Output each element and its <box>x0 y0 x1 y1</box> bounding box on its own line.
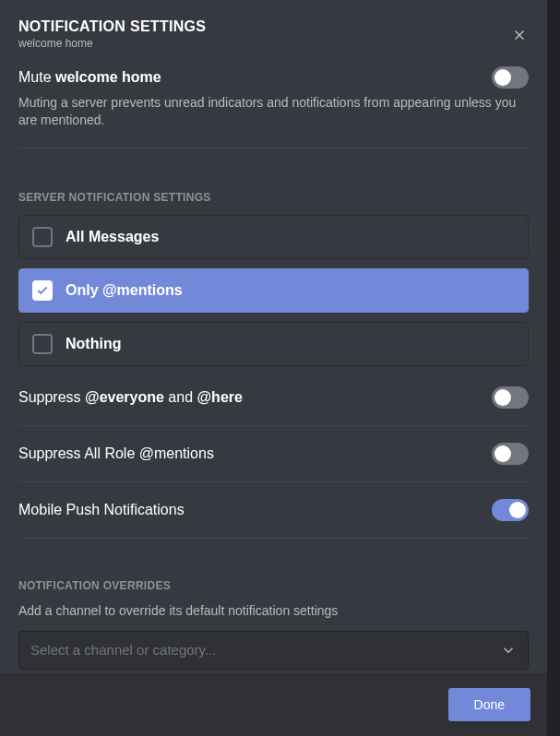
server-name: welcome home <box>18 37 501 50</box>
channel-select[interactable]: Select a channel or category... <box>18 631 529 670</box>
divider <box>18 148 529 148</box>
select-placeholder: Select a channel or category... <box>30 642 217 658</box>
checkbox-icon <box>32 280 53 301</box>
radio-all-messages[interactable]: All Messages <box>18 215 529 259</box>
modal-footer: Done <box>0 673 547 736</box>
server-notif-heading: SERVER NOTIFICATION SETTINGS <box>18 191 529 204</box>
divider <box>18 481 529 482</box>
chevron-down-icon <box>500 642 517 659</box>
suppress-roles-toggle[interactable] <box>492 443 529 465</box>
divider <box>18 425 529 426</box>
modal-header: NOTIFICATION SETTINGS welcome home <box>18 18 529 50</box>
overrides-description: Add a channel to override its default no… <box>18 603 529 618</box>
mobile-push-label: Mobile Push Notifications <box>18 502 185 518</box>
checkbox-icon <box>32 227 53 247</box>
suppress-everyone-toggle[interactable] <box>492 386 529 409</box>
mute-description: Muting a server prevents unread indicato… <box>18 94 529 129</box>
notification-settings-modal: NOTIFICATION SETTINGS welcome home Mute … <box>0 0 547 736</box>
overrides-heading: NOTIFICATION OVERRIDES <box>18 579 529 592</box>
modal-title: NOTIFICATION SETTINGS <box>18 18 501 35</box>
mute-toggle[interactable] <box>492 66 529 89</box>
close-icon <box>511 27 528 43</box>
scrollbar[interactable] <box>551 3 556 659</box>
radio-label: Nothing <box>66 336 121 352</box>
suppress-roles-label: Suppress All Role @mentions <box>18 445 214 462</box>
checkbox-icon <box>32 334 53 354</box>
radio-nothing[interactable]: Nothing <box>18 322 529 366</box>
mobile-push-toggle[interactable] <box>492 499 529 521</box>
radio-label: Only @mentions <box>66 282 183 299</box>
done-button[interactable]: Done <box>448 688 530 721</box>
divider <box>18 538 529 539</box>
close-button[interactable] <box>510 26 529 44</box>
notification-radio-group: All Messages Only @mentions Nothing <box>18 215 529 366</box>
radio-only-mentions[interactable]: Only @mentions <box>18 268 529 313</box>
suppress-everyone-label: Suppress @everyone and @here <box>18 389 243 406</box>
radio-label: All Messages <box>66 229 159 245</box>
mute-label: Mute welcome home <box>18 69 161 86</box>
